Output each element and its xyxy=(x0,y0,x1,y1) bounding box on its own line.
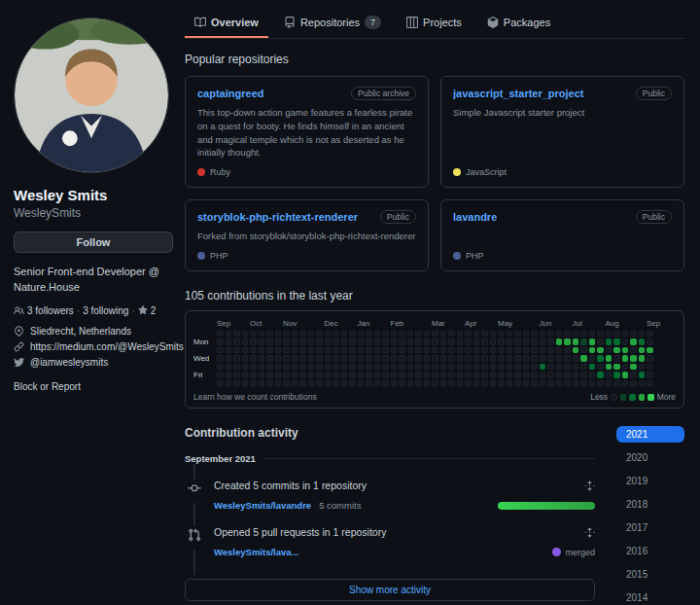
contribution-cell[interactable] xyxy=(580,347,587,354)
contribution-cell[interactable] xyxy=(308,347,315,354)
contribution-cell[interactable] xyxy=(639,347,646,354)
contribution-cell[interactable] xyxy=(622,347,629,354)
contribution-cell[interactable] xyxy=(540,380,546,387)
tab-repositories[interactable]: Repositories 7 xyxy=(274,8,391,38)
activity-repo-link[interactable]: WesleySmits/lava... xyxy=(214,547,299,557)
contribution-cell[interactable] xyxy=(391,355,398,362)
contribution-cell[interactable] xyxy=(613,338,620,345)
contribution-cell[interactable] xyxy=(424,355,431,362)
contribution-cell[interactable] xyxy=(622,355,629,362)
twitter-link[interactable]: @iamwesleysmits xyxy=(30,357,108,368)
contribution-cell[interactable] xyxy=(580,355,587,362)
contribution-cell[interactable] xyxy=(374,372,381,378)
contribution-cell[interactable] xyxy=(349,372,356,378)
contribution-cell[interactable] xyxy=(259,347,265,354)
contribution-cell[interactable] xyxy=(481,355,488,362)
contribution-cell[interactable] xyxy=(613,347,620,354)
contribution-cell[interactable] xyxy=(622,338,629,345)
contribution-cell[interactable] xyxy=(424,380,431,387)
contribution-cell[interactable] xyxy=(250,364,257,371)
contribution-cell[interactable] xyxy=(523,355,530,362)
contribution-cell[interactable] xyxy=(440,347,447,354)
contribution-cell[interactable] xyxy=(266,347,273,354)
contribution-cell[interactable] xyxy=(507,372,513,378)
contribution-cell[interactable] xyxy=(217,338,224,345)
contribution-cell[interactable] xyxy=(547,355,554,362)
contribution-cell[interactable] xyxy=(407,372,414,378)
contribution-cell[interactable] xyxy=(457,364,464,371)
contribution-cell[interactable] xyxy=(613,355,620,362)
block-or-report-link[interactable]: Block or Report xyxy=(14,381,173,392)
contribution-cell[interactable] xyxy=(374,380,381,387)
contribution-cell[interactable] xyxy=(448,338,455,345)
contribution-cell[interactable] xyxy=(399,347,405,354)
contribution-cell[interactable] xyxy=(399,380,405,387)
contribution-cell[interactable] xyxy=(580,372,587,378)
contribution-cell[interactable] xyxy=(424,338,431,345)
contribution-cell[interactable] xyxy=(481,347,488,354)
contribution-cell[interactable] xyxy=(259,355,265,362)
contribution-cell[interactable] xyxy=(606,338,612,345)
contribution-cell[interactable] xyxy=(490,347,497,354)
contribution-cell[interactable] xyxy=(448,355,455,362)
contribution-cell[interactable] xyxy=(573,338,579,345)
contribution-cell[interactable] xyxy=(242,364,249,371)
contribution-cell[interactable] xyxy=(630,331,637,338)
contribution-cell[interactable] xyxy=(292,380,298,387)
contribution-cell[interactable] xyxy=(332,380,339,387)
contribution-cell[interactable] xyxy=(531,355,538,362)
contribution-cell[interactable] xyxy=(507,364,513,371)
contribution-cell[interactable] xyxy=(448,380,455,387)
contribution-cell[interactable] xyxy=(514,331,521,338)
contribution-cell[interactable] xyxy=(233,338,240,345)
contribution-cell[interactable] xyxy=(250,380,257,387)
contribution-cell[interactable] xyxy=(259,331,265,338)
contribution-cell[interactable] xyxy=(639,372,646,378)
contribution-cell[interactable] xyxy=(606,380,612,387)
contribution-cell[interactable] xyxy=(332,338,339,345)
contribution-cell[interactable] xyxy=(217,380,224,387)
contribution-cell[interactable] xyxy=(316,331,323,338)
show-more-activity-button[interactable]: Show more activity xyxy=(185,579,595,601)
contribution-cell[interactable] xyxy=(647,380,653,387)
contribution-cell[interactable] xyxy=(613,372,620,378)
contribution-cell[interactable] xyxy=(613,364,620,371)
contribution-cell[interactable] xyxy=(424,331,431,338)
contribution-cell[interactable] xyxy=(275,338,282,345)
contribution-cell[interactable] xyxy=(523,347,530,354)
contribution-cell[interactable] xyxy=(325,331,332,338)
contribution-cell[interactable] xyxy=(465,364,472,371)
contribution-cell[interactable] xyxy=(432,364,438,371)
contribution-cell[interactable] xyxy=(332,372,339,378)
contribution-cell[interactable] xyxy=(275,355,282,362)
activity-commit-count[interactable]: 5 commits xyxy=(319,500,361,511)
contribution-cell[interactable] xyxy=(597,347,604,354)
tab-projects[interactable]: Projects xyxy=(397,8,472,38)
contribution-cell[interactable] xyxy=(440,380,447,387)
year-filter-2016[interactable]: 2016 xyxy=(616,543,684,559)
contribution-cell[interactable] xyxy=(556,347,563,354)
contribution-cell[interactable] xyxy=(573,380,579,387)
contribution-cell[interactable] xyxy=(242,355,249,362)
contribution-cell[interactable] xyxy=(407,380,414,387)
contribution-cell[interactable] xyxy=(366,364,372,371)
contribution-cell[interactable] xyxy=(349,338,356,345)
contribution-cell[interactable] xyxy=(358,355,365,362)
contribution-cell[interactable] xyxy=(540,338,546,345)
contribution-cell[interactable] xyxy=(647,347,653,354)
contribution-cell[interactable] xyxy=(242,372,249,378)
contribution-cell[interactable] xyxy=(374,331,381,338)
contribution-cell[interactable] xyxy=(457,331,464,338)
contribution-cell[interactable] xyxy=(498,364,505,371)
contribution-cell[interactable] xyxy=(217,347,224,354)
contribution-cell[interactable] xyxy=(523,364,530,371)
contribution-cell[interactable] xyxy=(358,372,365,378)
contribution-cell[interactable] xyxy=(382,331,389,338)
contribution-cell[interactable] xyxy=(374,338,381,345)
contribution-cell[interactable] xyxy=(316,380,323,387)
contribution-cell[interactable] xyxy=(332,347,339,354)
year-filter-2021[interactable]: 2021 xyxy=(616,426,684,443)
contribution-cell[interactable] xyxy=(226,372,232,378)
contribution-cell[interactable] xyxy=(217,372,224,378)
contribution-cell[interactable] xyxy=(407,338,414,345)
